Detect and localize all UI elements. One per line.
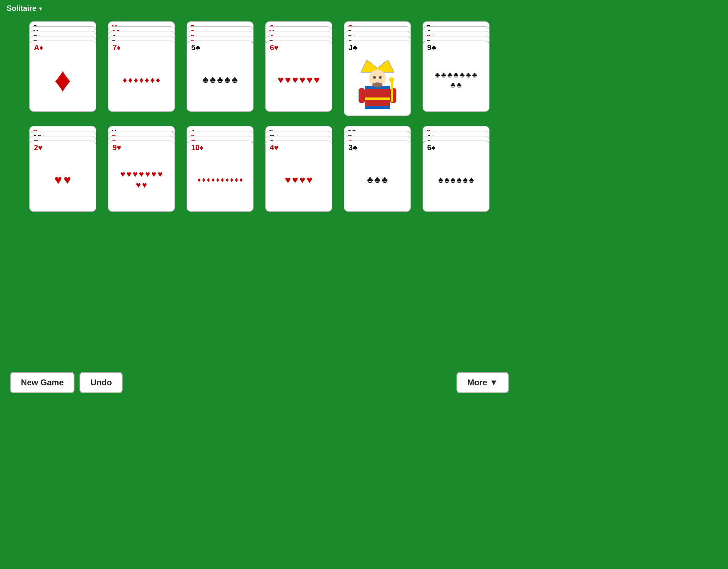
pile-pile-2[interactable]: K♥10♥4♠9♠ 7♦ ♦♦♦♦♦♦♦ <box>108 21 175 116</box>
svg-rect-5 <box>359 88 365 103</box>
svg-rect-10 <box>391 81 393 102</box>
footer: New Game Undo More ▼ <box>0 372 519 393</box>
row-1: 2♠K♣2♣8♣ A♦ ♦ K♥10♥4♠9♠ 7♦ ♦♦♦♦♦♦♦ 5♥2♦9… <box>25 21 494 116</box>
pile-pile-11[interactable]: 10♠7♠4♦ 3♣ ♣♣♣ <box>344 126 411 212</box>
pile-pile-9[interactable]: J♥7♥Q♥ 10♦ ♦♦♦♦♦♦♦♦♦♦ <box>187 126 254 212</box>
table-row[interactable]: J♣ <box>344 41 411 116</box>
svg-point-9 <box>372 82 382 87</box>
svg-rect-4 <box>365 106 390 109</box>
game-area: 2♠K♣2♣8♣ A♦ ♦ K♥10♥4♠9♠ 7♦ ♦♦♦♦♦♦♦ 5♥2♦9… <box>0 17 519 216</box>
table-row[interactable]: 9♣ ♣♣♣♣♣♣♣♣♣ <box>423 41 490 112</box>
pile-pile-8[interactable]: K♠3♦6♦ 9♥ ♥♥♥♥♥♥♥♥♥ <box>108 126 175 212</box>
pile-pile-7[interactable]: 8♥10♣Q♠ 2♥ ♥♥ <box>29 126 96 212</box>
footer-right: More ▼ <box>456 372 509 393</box>
table-row[interactable]: 5♣ ♣♣♣♣♣ <box>187 41 254 112</box>
table-row[interactable]: 4♥ ♥♥♥♥ <box>265 141 332 212</box>
pile-pile-10[interactable]: 5♠Q♣J♠ 4♥ ♥♥♥♥ <box>265 126 332 212</box>
table-row[interactable]: 7♦ ♦♦♦♦♦♦♦ <box>108 41 175 112</box>
new-game-button[interactable]: New Game <box>10 372 74 393</box>
more-button[interactable]: More ▼ <box>456 372 509 393</box>
pile-pile-5[interactable]: Q♦8♣6♣J♣ J♣ <box>344 21 411 116</box>
svg-rect-2 <box>365 86 390 109</box>
pile-pile-3[interactable]: 5♥2♦9♦5♦ 5♣ ♣♣♣♣♣ <box>187 21 254 116</box>
table-row[interactable]: 9♥ ♥♥♥♥♥♥♥♥♥ <box>108 141 175 212</box>
table-row[interactable]: A♦ ♦ <box>29 41 96 112</box>
app-dropdown-arrow[interactable]: ▼ <box>38 6 43 12</box>
table-row[interactable]: 10♦ ♦♦♦♦♦♦♦♦♦♦ <box>187 141 254 212</box>
pile-pile-1[interactable]: 2♠K♣2♣8♣ A♦ ♦ <box>29 21 96 116</box>
header: Solitaire ▼ <box>0 0 519 17</box>
svg-rect-12 <box>365 97 390 100</box>
svg-point-11 <box>389 77 394 82</box>
pile-pile-6[interactable]: 7♣A♣8♦9♣ 9♣ ♣♣♣♣♣♣♣♣♣ <box>423 21 490 116</box>
svg-point-7 <box>373 76 376 79</box>
table-row[interactable]: 6♥ ♥♥♥♥♥♥ <box>265 41 332 112</box>
table-row[interactable]: 6♠ ♠♠♠♠♠♠ <box>423 141 490 212</box>
table-row[interactable]: 3♣ ♣♣♣ <box>344 141 411 212</box>
pile-pile-12[interactable]: 3♥4♣A♠ 6♠ ♠♠♠♠♠♠ <box>423 126 490 212</box>
undo-button[interactable]: Undo <box>79 372 123 393</box>
row-2: 8♥10♣Q♠ 2♥ ♥♥ K♠3♦6♦ 9♥ ♥♥♥♥♥♥♥♥♥ J♥7♥Q♥… <box>25 126 494 212</box>
pile-pile-4[interactable]: J♦K♦A♥3♠ 6♥ ♥♥♥♥♥♥ <box>265 21 332 116</box>
app-title[interactable]: Solitaire <box>7 4 36 13</box>
footer-left: New Game Undo <box>10 372 123 393</box>
table-row[interactable]: 2♥ ♥♥ <box>29 141 96 212</box>
svg-point-8 <box>379 76 382 79</box>
